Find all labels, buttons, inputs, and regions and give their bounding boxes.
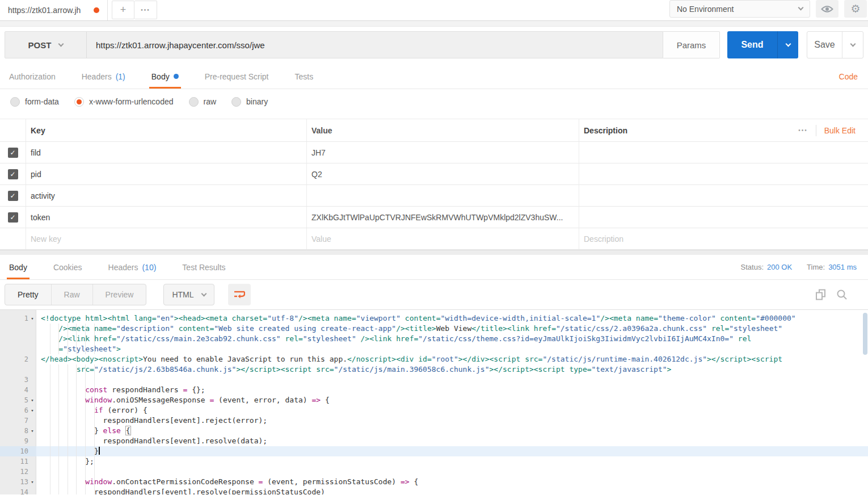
new-description-input[interactable]: Description [579, 228, 868, 249]
editor-scrollbar[interactable] [863, 313, 867, 355]
tab-tests[interactable]: Tests [293, 64, 316, 89]
environment-quicklook-button[interactable] [816, 0, 838, 18]
code-text[interactable]: /><link href="/static/css/main.2e3cab92.… [36, 334, 868, 344]
save-options-button[interactable] [842, 32, 863, 58]
tab-body[interactable]: Body [149, 64, 181, 89]
tab-pre-request-script[interactable]: Pre-request Script [203, 64, 271, 89]
code-text[interactable]: respondHandlers[event].resolve(permissio… [36, 487, 868, 494]
response-tab-cookies[interactable]: Cookies [51, 255, 85, 279]
code-line[interactable]: 1▾<!doctype html><html lang="en"><head><… [0, 313, 868, 324]
code-line[interactable]: 2</head><body><noscript>You need to enab… [0, 354, 868, 364]
key-cell[interactable]: fild [26, 142, 306, 163]
copy-icon[interactable] [815, 289, 826, 300]
request-tab[interactable]: https://ztk01.arrow.jh [0, 0, 108, 20]
new-value-input[interactable]: Value [306, 228, 579, 249]
url-input[interactable] [87, 32, 663, 58]
code-text[interactable]: }; [36, 456, 868, 467]
checkbox-checked-icon[interactable]: ✓ [8, 148, 18, 158]
fold-arrow-icon[interactable]: ▾ [28, 426, 36, 436]
fold-arrow-icon[interactable]: ▾ [28, 313, 36, 324]
code-line[interactable]: 5▾ window.oniOSMessageResponse = (event,… [0, 395, 868, 405]
code-text[interactable]: window.oniOSMessageResponse = (event, er… [36, 395, 868, 405]
code-line[interactable]: 9 respondHandlers[event].resolve(data); [0, 436, 868, 446]
view-mode-raw[interactable]: Raw [51, 284, 92, 305]
tab-headers[interactable]: Headers(1) [79, 64, 128, 89]
key-cell[interactable]: activity [26, 185, 306, 206]
radio-icon[interactable] [189, 97, 199, 107]
description-cell[interactable] [579, 185, 868, 206]
wrap-lines-button[interactable] [228, 284, 251, 305]
code-text[interactable]: ="stylesheet"> [36, 344, 868, 354]
tab-options-button[interactable]: ••• [134, 1, 157, 19]
code-line[interactable]: 10 } [0, 446, 868, 456]
method-dropdown[interactable]: POST [5, 32, 87, 58]
code-text[interactable]: respondHandlers[event].resolve(data); [36, 436, 868, 446]
code-text[interactable]: /><meta name="description" content="Web … [36, 324, 868, 334]
view-mode-preview[interactable]: Preview [92, 284, 146, 305]
response-tab-headers[interactable]: Headers(10) [106, 255, 159, 279]
new-key-input[interactable]: New key [26, 228, 306, 249]
value-cell[interactable] [306, 185, 579, 206]
response-tab-body[interactable]: Body [7, 255, 30, 279]
pane-splitter[interactable] [0, 250, 868, 255]
fold-arrow-icon[interactable]: ▾ [28, 405, 36, 416]
body-mode-raw[interactable]: raw [189, 97, 217, 107]
code-line[interactable]: ="stylesheet"> [0, 344, 868, 354]
radio-icon[interactable] [74, 97, 84, 107]
code-text[interactable] [36, 375, 868, 385]
description-cell[interactable] [579, 163, 868, 184]
key-cell[interactable]: token [26, 207, 306, 228]
code-line[interactable]: 7 respondHandlers[event].reject(error); [0, 416, 868, 426]
code-line[interactable]: 13▾ window.onContactPermissionCodeRespon… [0, 477, 868, 487]
bulk-edit-link[interactable]: Bulk Edit [824, 126, 856, 135]
code-text[interactable] [36, 467, 868, 477]
checkbox-checked-icon[interactable]: ✓ [8, 191, 18, 201]
code-text[interactable]: respondHandlers[event].reject(error); [36, 416, 868, 426]
settings-button[interactable]: ⚙ [844, 0, 867, 18]
radio-icon[interactable] [231, 97, 241, 107]
body-mode-binary[interactable]: binary [231, 97, 268, 107]
code-line[interactable]: src="/static/js/2.63b8546a.chunk.js"></s… [0, 364, 868, 375]
description-cell[interactable] [579, 207, 868, 228]
code-line[interactable]: 6▾ if (error) { [0, 405, 868, 416]
code-text[interactable]: } [36, 446, 868, 456]
code-line[interactable]: 3 [0, 375, 868, 385]
code-text[interactable]: </head><body><noscript>You need to enabl… [36, 354, 868, 364]
code-link[interactable]: Code [839, 64, 858, 89]
search-icon[interactable] [836, 289, 848, 300]
code-line[interactable]: 12 [0, 467, 868, 477]
code-text[interactable]: if (error) { [36, 405, 868, 416]
code-line[interactable]: 8▾ } else { [0, 426, 868, 436]
environment-select[interactable]: No Environment [669, 0, 810, 18]
code-line[interactable]: /><link href="/static/css/main.2e3cab92.… [0, 334, 868, 344]
more-options-icon[interactable]: ••• [798, 127, 808, 133]
code-line[interactable]: 11 }; [0, 456, 868, 467]
code-line[interactable]: 4 const respondHandlers = {}; [0, 385, 868, 395]
code-text[interactable]: } else { [36, 426, 868, 436]
value-cell[interactable]: JH7 [306, 142, 579, 163]
description-cell[interactable] [579, 142, 868, 163]
code-editor[interactable]: 1▾<!doctype html><html lang="en"><head><… [0, 309, 868, 494]
send-button[interactable]: Send [727, 31, 777, 58]
checkbox-checked-icon[interactable]: ✓ [8, 169, 18, 179]
code-text[interactable]: <!doctype html><html lang="en"><head><me… [36, 313, 868, 324]
new-tab-button[interactable]: + [112, 1, 134, 19]
response-tab-test-results[interactable]: Test Results [180, 255, 227, 279]
body-mode-form-data[interactable]: form-data [10, 97, 59, 107]
fold-arrow-icon[interactable]: ▾ [28, 395, 36, 405]
code-text[interactable]: const respondHandlers = {}; [36, 385, 868, 395]
save-button[interactable]: Save [807, 32, 842, 58]
key-cell[interactable]: pid [26, 163, 306, 184]
tab-authorization[interactable]: Authorization [7, 64, 58, 89]
body-mode-x-www-form-urlencoded[interactable]: x-www-form-urlencoded [74, 97, 174, 107]
fold-arrow-icon[interactable]: ▾ [28, 477, 36, 487]
checkbox-checked-icon[interactable]: ✓ [8, 212, 18, 223]
code-line[interactable]: /><meta name="description" content="Web … [0, 324, 868, 334]
format-select[interactable]: HTML [163, 284, 214, 305]
code-text[interactable]: window.onContactPermissionCodeResponse =… [36, 477, 868, 487]
send-options-button[interactable] [777, 31, 798, 58]
radio-icon[interactable] [10, 97, 20, 107]
code-text[interactable]: src="/static/js/2.63b8546a.chunk.js"></s… [36, 364, 868, 375]
view-mode-pretty[interactable]: Pretty [5, 284, 51, 305]
value-cell[interactable]: Q2 [306, 163, 579, 184]
